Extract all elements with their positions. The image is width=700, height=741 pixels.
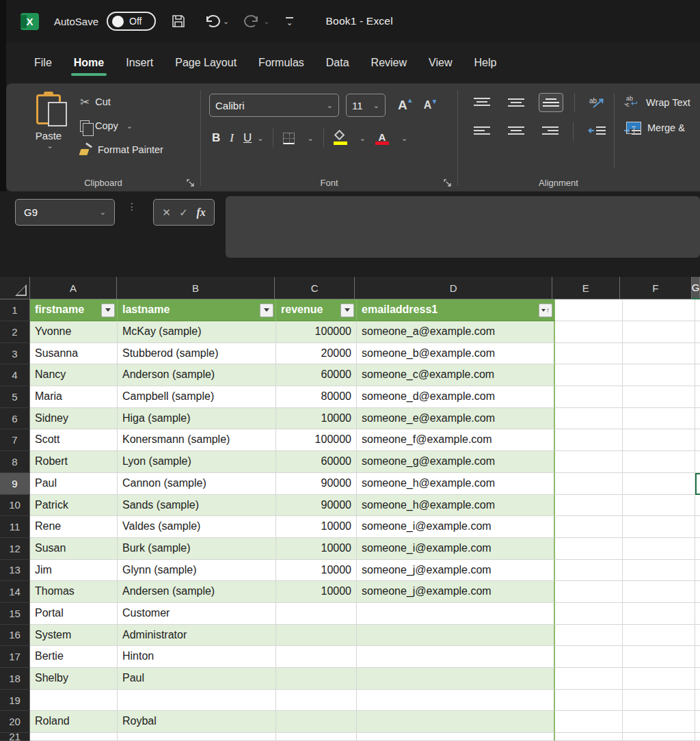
cell-G16[interactable] (695, 625, 700, 647)
cell-E21[interactable] (555, 733, 623, 741)
cell-D17[interactable] (357, 646, 555, 668)
cell-B8[interactable]: Lyon (sample) (118, 451, 276, 473)
cell-B9[interactable]: Cannon (sample) (118, 473, 276, 495)
tab-insert[interactable]: Insert (115, 51, 164, 75)
cell-C9[interactable]: 90000 (276, 473, 357, 495)
cell-A16[interactable]: System (30, 625, 118, 647)
bottom-align-button[interactable] (539, 93, 563, 112)
enter-button[interactable]: ✓ (179, 206, 188, 219)
cell-B21[interactable] (118, 733, 276, 741)
cell-G10[interactable] (695, 495, 700, 517)
align-center-button[interactable] (504, 122, 528, 140)
fill-color-button-icon[interactable] (334, 131, 347, 145)
cell-A4[interactable]: Nancy (30, 364, 118, 386)
cell-C12[interactable]: 10000 (276, 538, 357, 560)
redo-button[interactable]: ⌄ (244, 14, 269, 29)
cell-G13[interactable] (695, 560, 700, 582)
align-left-button[interactable] (470, 122, 494, 140)
decrease-font-size-button[interactable]: A▼ (424, 99, 432, 111)
cell-B17[interactable]: Hinton (118, 646, 276, 668)
cell-D5[interactable]: someone_d@example.com (357, 386, 555, 408)
cell-F21[interactable] (623, 733, 695, 741)
cell-F6[interactable] (623, 408, 695, 430)
cell-E2[interactable] (555, 321, 623, 343)
tab-file[interactable]: File (23, 51, 63, 75)
cell-D2[interactable]: someone_a@example.com (357, 321, 555, 343)
row-header-13[interactable]: 13 (0, 560, 30, 582)
cell-D15[interactable] (357, 603, 555, 625)
cell-E10[interactable] (555, 495, 623, 517)
cell-C8[interactable]: 60000 (276, 451, 357, 473)
copy-button[interactable]: Copy ⌄ (80, 117, 163, 135)
middle-align-button[interactable] (504, 94, 528, 111)
row-header-11[interactable]: 11 (0, 516, 30, 538)
undo-button[interactable]: ⌄ (204, 14, 229, 29)
row-header-10[interactable]: 10 (0, 495, 30, 517)
cell-B3[interactable]: Stubberod (sample) (118, 343, 276, 365)
cell-A21[interactable] (30, 733, 118, 741)
cell-G3[interactable] (695, 343, 700, 365)
cell-A5[interactable]: Maria (30, 386, 118, 408)
cell-A6[interactable]: Sidney (30, 408, 118, 430)
cell-E3[interactable] (555, 343, 623, 365)
cell-G5[interactable] (695, 386, 700, 408)
cell-C14[interactable]: 10000 (276, 581, 357, 603)
cell-C11[interactable]: 10000 (276, 516, 357, 538)
row-header-5[interactable]: 5 (0, 386, 30, 408)
cell-C2[interactable]: 100000 (276, 321, 357, 343)
cell-D14[interactable]: someone_j@example.com (357, 581, 555, 603)
cell-E11[interactable] (555, 516, 623, 538)
cell-A11[interactable]: Rene (30, 516, 118, 538)
cell-D11[interactable]: someone_i@example.com (357, 516, 555, 538)
cell-A2[interactable]: Yvonne (30, 321, 118, 343)
cell-G11[interactable] (695, 516, 700, 538)
row-header-7[interactable]: 7 (0, 429, 30, 451)
cell-D10[interactable]: someone_h@example.com (357, 495, 555, 517)
cell-F20[interactable] (623, 711, 695, 733)
cell-D21[interactable] (357, 733, 555, 741)
cell-F4[interactable] (623, 364, 695, 386)
paste-button[interactable]: Paste ⌄ (27, 92, 70, 167)
cell-D6[interactable]: someone_e@example.com (357, 408, 555, 430)
table-column-header-firstname[interactable]: firstname (30, 299, 118, 321)
column-header-A[interactable]: A (30, 277, 117, 299)
cell-B16[interactable]: Administrator (118, 625, 276, 647)
cell-F3[interactable] (623, 343, 695, 365)
cell-B6[interactable]: Higa (sample) (118, 408, 276, 430)
tab-page-layout[interactable]: Page Layout (164, 51, 247, 75)
row-header-12[interactable]: 12 (0, 538, 30, 560)
cell-D13[interactable]: someone_j@example.com (357, 560, 555, 582)
increase-font-size-button[interactable]: A▲ (398, 98, 407, 113)
cell-D8[interactable]: someone_g@example.com (357, 451, 555, 473)
formula-input[interactable] (226, 196, 700, 258)
tab-home[interactable]: Home (63, 51, 115, 75)
decrease-indent-button[interactable] (584, 122, 609, 140)
cell-A3[interactable]: Susanna (30, 343, 118, 365)
cell-A13[interactable]: Jim (30, 560, 118, 582)
filter-button-firstname[interactable] (101, 304, 115, 317)
cell-B5[interactable]: Campbell (sample) (118, 386, 276, 408)
cell-B4[interactable]: Anderson (sample) (118, 364, 276, 386)
cell-A18[interactable]: Shelby (30, 668, 118, 690)
cell-A9[interactable]: Paul (30, 473, 118, 495)
cell-E19[interactable] (555, 690, 623, 712)
row-header-1[interactable]: 1 (0, 299, 30, 321)
cell-E4[interactable] (555, 364, 623, 386)
formula-bar-grip[interactable]: ⋮ (127, 204, 137, 210)
cell-E15[interactable] (555, 603, 623, 625)
name-box[interactable]: G9 ⌄ (15, 199, 115, 226)
merge-and-center-button[interactable]: ↔ Merge & (626, 122, 690, 134)
underline-button[interactable]: U (243, 131, 252, 145)
cell-E7[interactable] (555, 429, 623, 451)
cell-E18[interactable] (555, 668, 623, 690)
column-header-D[interactable]: D (355, 277, 552, 299)
cell-C21[interactable] (276, 733, 357, 741)
cell-F11[interactable] (623, 516, 695, 538)
cut-button[interactable]: ✂ Cut (80, 93, 163, 111)
filter-button-revenue[interactable] (340, 304, 354, 317)
cell-C20[interactable] (276, 711, 357, 733)
cell-A20[interactable]: Roland (30, 711, 118, 733)
row-header-18[interactable]: 18 (0, 668, 30, 690)
row-header-19[interactable]: 19 (0, 690, 30, 712)
cell-C18[interactable] (276, 668, 357, 690)
